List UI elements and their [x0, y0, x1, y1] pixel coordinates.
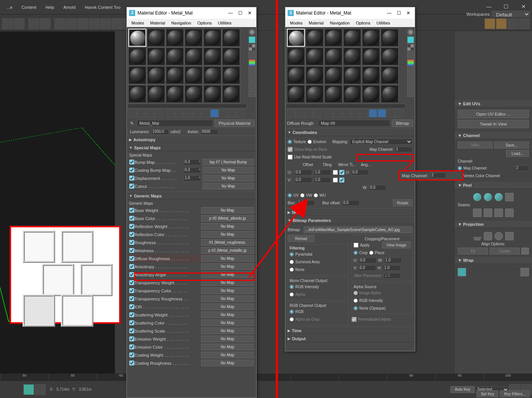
me-toolbar-button[interactable] — [175, 109, 183, 117]
crop-radio[interactable] — [354, 251, 358, 255]
sample-slot[interactable] — [166, 66, 184, 84]
menu-utilities[interactable]: Utilities — [373, 21, 393, 25]
crop-w[interactable]: 1.0 — [384, 258, 402, 263]
menu-item[interactable]: Content — [17, 3, 41, 11]
sample-slot[interactable] — [381, 47, 399, 65]
summed-radio[interactable] — [290, 260, 294, 264]
save-button[interactable]: Save... — [494, 142, 529, 148]
toolbar-button[interactable] — [14, 18, 25, 29]
seam-icon[interactable] — [494, 209, 503, 217]
sample-slot[interactable] — [306, 47, 324, 65]
menu-navigation[interactable]: Navigation — [327, 21, 353, 25]
sample-slot[interactable] — [203, 47, 221, 65]
v-tile[interactable] — [339, 178, 344, 183]
vw-radio[interactable] — [300, 193, 304, 197]
me-toolbar-button[interactable] — [378, 109, 386, 117]
menu-item[interactable]: ...e — [2, 3, 17, 11]
map-enable-check[interactable] — [129, 184, 134, 189]
sample-slot[interactable] — [166, 29, 184, 47]
u-tile[interactable] — [339, 170, 344, 175]
sample-slot[interactable] — [324, 85, 342, 103]
crop-u[interactable]: 0.0 — [359, 258, 376, 263]
map-slot-button[interactable]: No Map — [201, 312, 254, 318]
crop-h[interactable]: 1.0 — [383, 265, 401, 271]
maximize-button[interactable]: ☐ — [498, 1, 515, 12]
me-toolbar-button[interactable] — [193, 109, 201, 117]
tweak-in-view-button[interactable]: Tweak In View — [458, 120, 529, 128]
seam-icon[interactable] — [473, 209, 481, 217]
minimize-button[interactable]: — — [228, 10, 233, 16]
me-toolbar-button[interactable] — [146, 109, 154, 117]
map-amount-spinner[interactable]: 0.3 — [183, 167, 201, 173]
map-slot-button[interactable]: No Map — [201, 255, 254, 262]
sample-slot[interactable] — [306, 66, 324, 84]
peel-icon[interactable] — [505, 193, 514, 201]
close-button[interactable]: ✕ — [406, 10, 410, 16]
me-toolbar-button[interactable] — [351, 109, 360, 117]
kelvin-value[interactable]: 6500 — [201, 129, 218, 135]
map-slot-button[interactable]: lap #7 ( Normal Bump — [203, 159, 254, 165]
map-slot-button[interactable]: No Map — [203, 167, 254, 173]
sample-slot[interactable] — [287, 29, 305, 47]
sample-slot[interactable] — [287, 85, 305, 103]
map-enable-check[interactable] — [129, 256, 134, 261]
rotate-button[interactable]: Rotate — [393, 199, 413, 206]
sample-slot[interactable] — [306, 29, 324, 47]
menu-options[interactable]: Options — [353, 21, 373, 25]
sample-slot[interactable] — [306, 85, 324, 103]
me-toolbar-button[interactable] — [369, 109, 377, 117]
sample-slot[interactable] — [128, 66, 146, 84]
sample-tool[interactable] — [249, 59, 255, 66]
peel-header[interactable]: ▼ Peel — [455, 182, 532, 189]
sample-slot[interactable] — [362, 47, 380, 65]
apply-check[interactable] — [354, 243, 358, 248]
map-slot-button[interactable]: No Map — [201, 295, 254, 302]
sample-slot[interactable] — [287, 47, 305, 65]
menu-navigation[interactable]: Navigation — [168, 21, 194, 25]
map-enable-check[interactable] — [129, 264, 134, 269]
me-toolbar-button[interactable] — [155, 109, 163, 117]
sample-slot[interactable] — [222, 85, 240, 103]
maximize-button[interactable]: ☐ — [238, 10, 242, 16]
map-enable-check[interactable] — [129, 336, 134, 341]
titlebar[interactable]: 3 Material Editor - Metal_Mat — ☐ ✕ — [127, 7, 256, 19]
rgb-intensity-radio[interactable] — [354, 298, 358, 303]
close-button[interactable]: ✕ — [248, 10, 252, 16]
sample-slot[interactable] — [343, 85, 361, 103]
align-icon[interactable] — [521, 248, 529, 254]
map-type-button[interactable]: Bitmap — [392, 119, 413, 127]
v-tiling[interactable]: 1.0 — [314, 177, 331, 183]
sample-tool[interactable] — [249, 52, 255, 59]
sample-slot[interactable] — [222, 47, 240, 65]
sample-slot[interactable] — [147, 29, 165, 47]
menu-material[interactable]: Material — [147, 21, 168, 25]
sample-slot[interactable] — [362, 66, 380, 84]
mono-rgb-radio[interactable] — [290, 285, 294, 289]
map-slot-button[interactable]: No Map — [201, 263, 254, 270]
me-toolbar-button[interactable] — [166, 109, 175, 117]
view-image-button[interactable]: View Image — [382, 241, 411, 248]
map-name-input[interactable] — [318, 120, 390, 127]
map-slot-button[interactable]: No Map — [201, 279, 254, 286]
sample-slot[interactable] — [362, 29, 380, 47]
sample-slot[interactable] — [343, 29, 361, 47]
blur-offset-spinner[interactable]: 0.0 — [342, 200, 360, 206]
map-slot-button[interactable]: No Map — [201, 352, 254, 358]
cylindrical-icon[interactable] — [484, 232, 492, 240]
bitmap-path-button[interactable]: ...rk\ForMike\Max_SampleScene\SampleCube… — [304, 227, 413, 233]
load-button[interactable]: Load... — [506, 150, 529, 157]
map-amount-spinner[interactable]: 1.0 — [183, 175, 201, 181]
environ-radio[interactable] — [308, 140, 312, 144]
me-toolbar-button[interactable] — [219, 109, 228, 117]
rollout-header[interactable]: ▼Generic Maps — [127, 192, 256, 200]
sample-slot[interactable] — [381, 66, 399, 84]
planar-icon[interactable] — [473, 232, 481, 240]
sample-slot[interactable] — [185, 47, 203, 65]
sample-slot[interactable] — [381, 29, 399, 47]
map-enable-check[interactable] — [129, 360, 134, 365]
none-filter-radio[interactable] — [290, 268, 294, 272]
keyfilters-button[interactable]: Key Filters... — [500, 390, 530, 397]
map-slot-button[interactable]: No Map — [201, 231, 254, 238]
map-enable-check[interactable] — [129, 288, 134, 293]
map-slot-button[interactable]: No Map — [203, 175, 254, 181]
